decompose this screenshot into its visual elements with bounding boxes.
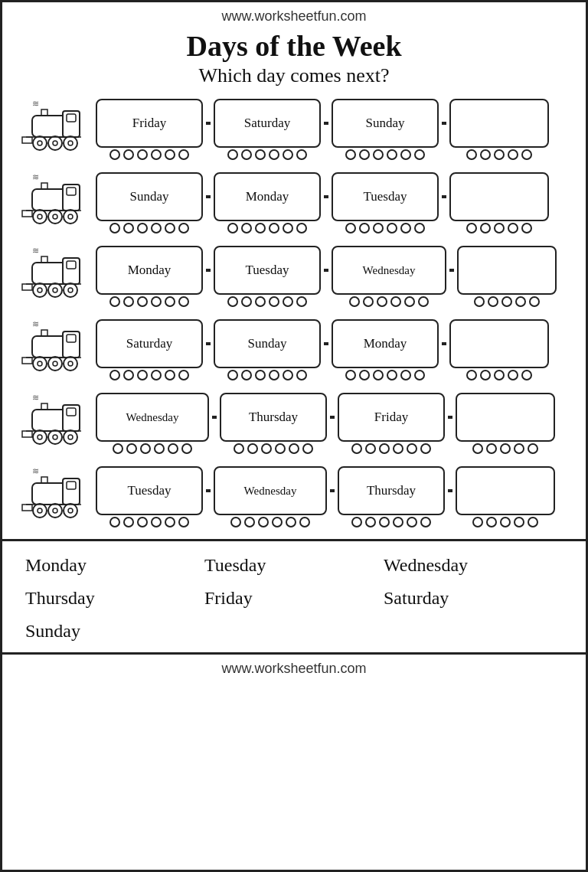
car-wrapper: Wednesday bbox=[330, 246, 448, 307]
car-wrapper: Monday bbox=[212, 172, 322, 234]
svg-text:≋: ≋ bbox=[32, 393, 39, 402]
train-car-filled: Tuesday bbox=[332, 172, 439, 221]
car-wrapper: Tuesday bbox=[330, 172, 440, 234]
svg-rect-17 bbox=[67, 188, 76, 195]
car-wrapper: Thursday bbox=[336, 466, 446, 527]
train-car-filled: Friday bbox=[338, 393, 445, 442]
car-wrapper: Monday bbox=[330, 319, 440, 380]
svg-marker-63 bbox=[22, 431, 32, 437]
train-row: ≋ Sunday Monday bbox=[16, 168, 572, 237]
train-car-filled: Thursday bbox=[220, 393, 327, 442]
trains-container: ≋ Frid bbox=[2, 95, 586, 531]
svg-text:≋: ≋ bbox=[32, 319, 39, 328]
answer-bank: Monday Tuesday Wednesday Thursday Friday… bbox=[2, 539, 586, 652]
train-car-filled: Friday bbox=[96, 99, 203, 148]
svg-point-45 bbox=[38, 361, 42, 366]
car-wrapper: Wednesday bbox=[94, 393, 211, 454]
answer-word-monday: Monday bbox=[25, 552, 204, 579]
answer-word-sunday: Sunday bbox=[25, 618, 204, 645]
svg-point-8 bbox=[53, 141, 57, 145]
car-wrapper bbox=[448, 99, 550, 160]
train-car-answer[interactable] bbox=[456, 466, 555, 515]
train-car-answer[interactable] bbox=[449, 172, 549, 221]
svg-rect-30 bbox=[67, 261, 76, 269]
car-wrapper: Wednesday bbox=[212, 466, 328, 527]
website-footer: www.worksheetfun.com bbox=[2, 652, 586, 681]
svg-marker-50 bbox=[22, 358, 32, 364]
svg-point-47 bbox=[53, 361, 57, 366]
train-car-answer[interactable] bbox=[449, 99, 549, 148]
train-row: ≋ Wednesday Thursday bbox=[16, 389, 572, 458]
answer-word-tuesday: Tuesday bbox=[204, 552, 384, 579]
svg-marker-76 bbox=[22, 505, 32, 511]
svg-text:≋: ≋ bbox=[32, 466, 39, 475]
train-car-answer[interactable] bbox=[457, 246, 557, 295]
svg-point-10 bbox=[68, 141, 73, 145]
answer-word-saturday: Saturday bbox=[384, 585, 563, 612]
train-car-filled: Monday bbox=[96, 246, 203, 295]
svg-rect-4 bbox=[67, 114, 76, 122]
train-car-filled: Tuesday bbox=[214, 246, 321, 295]
svg-point-23 bbox=[68, 214, 73, 219]
car-wrapper bbox=[448, 319, 550, 380]
svg-rect-56 bbox=[67, 408, 76, 416]
train-car-filled: Sunday bbox=[96, 172, 203, 221]
svg-point-49 bbox=[68, 361, 73, 366]
train-car-filled: Tuesday bbox=[96, 466, 203, 515]
car-wrapper bbox=[454, 393, 557, 454]
car-wrapper bbox=[454, 466, 557, 527]
train-row: ≋ Tuesday Wednesday bbox=[16, 462, 572, 531]
svg-text:≋: ≋ bbox=[32, 172, 39, 181]
train-car-filled: Monday bbox=[332, 319, 439, 368]
car-wrapper bbox=[448, 172, 550, 234]
svg-point-34 bbox=[53, 288, 57, 292]
answer-word-thursday: Thursday bbox=[25, 585, 204, 612]
train-engine: ≋ bbox=[16, 99, 93, 160]
svg-marker-11 bbox=[22, 137, 32, 143]
car-wrapper: Sunday bbox=[212, 319, 322, 380]
train-engine: ≋ bbox=[16, 319, 93, 380]
svg-marker-37 bbox=[22, 284, 32, 290]
train-car-filled: Wednesday bbox=[214, 466, 327, 515]
train-car-answer[interactable] bbox=[449, 319, 549, 368]
svg-text:≋: ≋ bbox=[32, 246, 39, 255]
svg-point-36 bbox=[68, 288, 73, 292]
car-wrapper: Saturday bbox=[212, 99, 322, 160]
train-engine: ≋ bbox=[16, 393, 93, 454]
svg-point-62 bbox=[68, 435, 73, 439]
train-engine: ≋ bbox=[16, 246, 93, 307]
train-row: ≋ Saturday Sunday bbox=[16, 315, 572, 384]
train-car-filled: Thursday bbox=[338, 466, 445, 515]
svg-point-75 bbox=[68, 508, 73, 513]
svg-point-21 bbox=[53, 214, 57, 219]
svg-point-32 bbox=[38, 288, 42, 292]
car-wrapper: Sunday bbox=[330, 99, 440, 160]
answer-word-friday: Friday bbox=[204, 585, 384, 612]
car-wrapper: Saturday bbox=[94, 319, 204, 380]
train-car-filled: Monday bbox=[214, 172, 321, 221]
car-wrapper bbox=[456, 246, 558, 307]
page-title: Days of the Week bbox=[186, 29, 401, 63]
answer-word-wednesday: Wednesday bbox=[384, 552, 563, 579]
car-wrapper: Tuesday bbox=[212, 246, 322, 307]
car-wrapper: Friday bbox=[94, 99, 204, 160]
train-car-filled: Sunday bbox=[332, 99, 439, 148]
train-car-filled: Wednesday bbox=[332, 246, 446, 295]
train-row: ≋ Monday Tuesday bbox=[16, 242, 572, 311]
car-wrapper: Sunday bbox=[94, 172, 204, 234]
car-wrapper: Thursday bbox=[218, 393, 328, 454]
car-wrapper: Tuesday bbox=[94, 466, 204, 527]
svg-rect-43 bbox=[67, 335, 76, 342]
page-subtitle: Which day comes next? bbox=[198, 64, 389, 87]
train-engine: ≋ bbox=[16, 466, 93, 527]
svg-point-19 bbox=[38, 214, 42, 219]
car-wrapper: Monday bbox=[94, 246, 204, 307]
train-row: ≋ Frid bbox=[16, 95, 572, 164]
car-wrapper: Friday bbox=[336, 393, 446, 454]
svg-point-60 bbox=[53, 435, 57, 439]
svg-point-73 bbox=[53, 508, 57, 513]
train-car-filled: Saturday bbox=[214, 99, 321, 148]
train-car-answer[interactable] bbox=[456, 393, 555, 442]
svg-text:≋: ≋ bbox=[32, 99, 39, 108]
svg-point-58 bbox=[38, 435, 42, 439]
